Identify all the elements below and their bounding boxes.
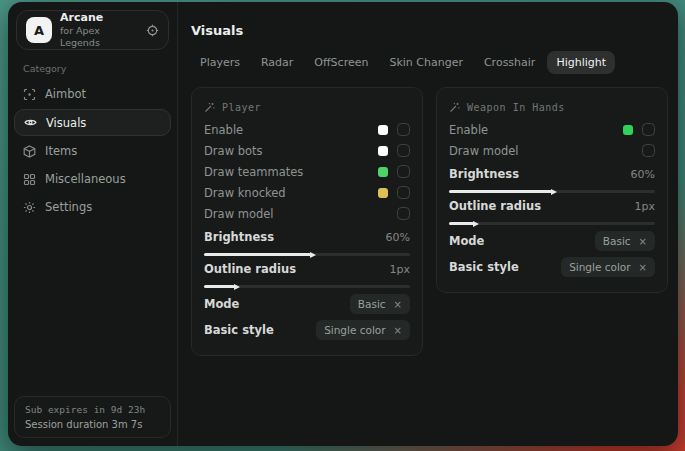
wand-icon xyxy=(449,102,460,113)
sidebar-item-label: Visuals xyxy=(46,116,86,130)
brand-text: Arcane for Apex Legends xyxy=(60,11,138,49)
toggle-row-draw-teammates: Draw teammates xyxy=(204,161,410,182)
tab-skin-changer[interactable]: Skin Changer xyxy=(380,51,472,74)
sidebar: A Arcane for Apex Legends Category xyxy=(8,2,178,446)
game-background: A Arcane for Apex Legends Category xyxy=(0,0,685,451)
panel-title: Weapon In Hands xyxy=(467,102,565,113)
slider-row-outline-radius: Outline radius 1px xyxy=(449,197,655,215)
page-title: Visuals xyxy=(191,2,668,38)
selected-option: Basic xyxy=(358,298,386,310)
select-label: Mode xyxy=(204,297,350,311)
selected-option: Basic xyxy=(603,235,631,247)
selected-option: Single color xyxy=(324,324,385,336)
checkbox[interactable] xyxy=(397,165,410,178)
sidebar-item-miscellaneous[interactable]: Miscellaneous xyxy=(8,165,177,193)
color-swatch[interactable] xyxy=(378,188,388,198)
app-window: A Arcane for Apex Legends Category xyxy=(8,2,678,446)
slider-row-brightness: Brightness 60% xyxy=(449,165,655,183)
tab-crosshair[interactable]: Crosshair xyxy=(475,51,544,74)
grid-icon xyxy=(23,173,36,186)
toggle-row-draw-model: Draw model xyxy=(204,203,410,224)
toggle-row-enable: Enable xyxy=(449,119,655,140)
tab-radar[interactable]: Radar xyxy=(252,51,302,74)
player-panel: Player Enable Draw bots Draw teammates xyxy=(191,87,423,356)
mode-select[interactable]: Basic × xyxy=(350,294,410,314)
select-row-basic-style: Basic style Single color × xyxy=(449,254,655,280)
checkbox[interactable] xyxy=(397,186,410,199)
slider-value: 60% xyxy=(631,168,655,181)
session-duration-text: Session duration 3m 7s xyxy=(25,419,160,430)
clear-icon[interactable]: × xyxy=(639,262,647,273)
sidebar-nav: Aimbot Visuals xyxy=(8,80,177,221)
crosshair-icon xyxy=(23,88,36,101)
basic-style-select[interactable]: Single color × xyxy=(316,320,410,340)
checkbox[interactable] xyxy=(642,123,655,136)
checkbox[interactable] xyxy=(642,144,655,157)
main-content: Visuals Players Radar OffScreen Skin Cha… xyxy=(178,2,678,446)
slider-value: 1px xyxy=(635,200,656,213)
tab-bar: Players Radar OffScreen Skin Changer Cro… xyxy=(191,51,668,74)
weapon-in-hands-panel: Weapon In Hands Enable Draw model Bright… xyxy=(436,87,668,293)
eye-icon xyxy=(24,116,37,129)
slider-thumb[interactable] xyxy=(473,221,479,227)
category-label: Category xyxy=(23,63,177,74)
brightness-slider[interactable] xyxy=(204,253,410,256)
slider-label: Outline radius xyxy=(449,199,635,213)
weapon-panel-header: Weapon In Hands xyxy=(449,98,655,116)
outline-radius-slider[interactable] xyxy=(204,285,410,288)
brightness-slider[interactable] xyxy=(449,190,655,193)
sidebar-item-aimbot[interactable]: Aimbot xyxy=(8,80,177,108)
slider-value: 1px xyxy=(390,263,411,276)
checkbox[interactable] xyxy=(397,144,410,157)
sidebar-item-label: Items xyxy=(45,144,77,158)
sidebar-item-items[interactable]: Items xyxy=(8,137,177,165)
toggle-label: Enable xyxy=(449,123,623,137)
slider-thumb[interactable] xyxy=(234,284,240,290)
selected-option: Single color xyxy=(569,261,630,273)
toggle-row-draw-bots: Draw bots xyxy=(204,140,410,161)
box-icon xyxy=(23,145,36,158)
panels-row: Player Enable Draw bots Draw teammates xyxy=(191,87,668,356)
select-label: Mode xyxy=(449,234,595,248)
color-swatch[interactable] xyxy=(378,146,388,156)
toggle-label: Draw model xyxy=(204,207,397,221)
tab-players[interactable]: Players xyxy=(191,51,249,74)
clear-icon[interactable]: × xyxy=(394,299,402,310)
sidebar-item-visuals[interactable]: Visuals xyxy=(14,109,171,136)
clear-icon[interactable]: × xyxy=(639,236,647,247)
clear-icon[interactable]: × xyxy=(394,325,402,336)
select-label: Basic style xyxy=(204,323,316,337)
sub-expires-text: Sub expires in 9d 23h xyxy=(25,404,160,415)
sidebar-item-settings[interactable]: Settings xyxy=(8,193,177,221)
slider-thumb[interactable] xyxy=(551,189,557,195)
toggle-label: Draw teammates xyxy=(204,165,378,179)
panel-title: Player xyxy=(222,102,261,113)
slider-row-brightness: Brightness 60% xyxy=(204,228,410,246)
slider-row-outline-radius: Outline radius 1px xyxy=(204,260,410,278)
color-swatch[interactable] xyxy=(378,125,388,135)
mode-select[interactable]: Basic × xyxy=(595,231,655,251)
toggle-label: Draw model xyxy=(449,144,642,158)
wand-icon xyxy=(204,102,215,113)
gear-icon xyxy=(23,201,36,214)
color-swatch[interactable] xyxy=(623,125,633,135)
select-row-mode: Mode Basic × xyxy=(449,228,655,254)
outline-radius-slider[interactable] xyxy=(449,222,655,225)
tab-offscreen[interactable]: OffScreen xyxy=(305,51,377,74)
subscription-status: Sub expires in 9d 23h Session duration 3… xyxy=(14,396,171,438)
toggle-label: Draw knocked xyxy=(204,186,378,200)
target-icon[interactable] xyxy=(146,24,159,37)
checkbox[interactable] xyxy=(397,123,410,136)
sidebar-item-label: Miscellaneous xyxy=(45,172,126,186)
player-panel-header: Player xyxy=(204,98,410,116)
checkbox[interactable] xyxy=(397,207,410,220)
select-label: Basic style xyxy=(449,260,561,274)
basic-style-select[interactable]: Single color × xyxy=(561,257,655,277)
slider-value: 60% xyxy=(386,231,410,244)
slider-thumb[interactable] xyxy=(310,252,316,258)
sidebar-item-label: Aimbot xyxy=(45,87,86,101)
tab-highlight[interactable]: Highlight xyxy=(547,51,615,74)
slider-fill xyxy=(449,190,552,193)
toggle-row-enable: Enable xyxy=(204,119,410,140)
color-swatch[interactable] xyxy=(378,167,388,177)
